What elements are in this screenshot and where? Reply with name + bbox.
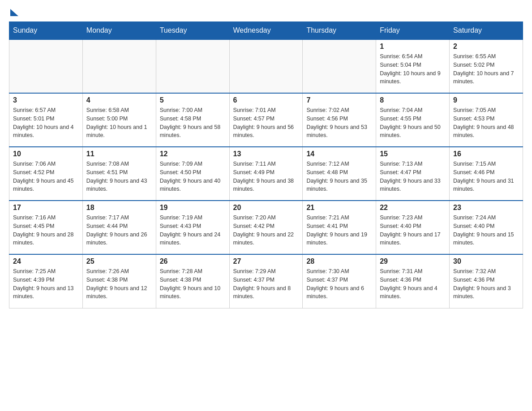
calendar-cell: 29Sunrise: 7:31 AMSunset: 4:36 PMDayligh… [376, 254, 450, 308]
day-info: Sunrise: 7:23 AMSunset: 4:40 PMDaylight:… [380, 214, 446, 247]
calendar-week-1: 1Sunrise: 6:54 AMSunset: 5:04 PMDaylight… [9, 39, 523, 93]
day-number: 23 [453, 204, 519, 212]
day-number: 19 [160, 204, 226, 212]
day-info: Sunrise: 7:09 AMSunset: 4:50 PMDaylight:… [160, 160, 226, 193]
calendar-cell: 10Sunrise: 7:06 AMSunset: 4:52 PMDayligh… [9, 147, 83, 201]
day-number: 14 [306, 150, 372, 158]
weekday-header-saturday: Saturday [450, 22, 523, 40]
day-info: Sunrise: 6:55 AMSunset: 5:02 PMDaylight:… [453, 52, 519, 86]
day-number: 22 [380, 204, 446, 212]
day-info: Sunrise: 7:01 AMSunset: 4:57 PMDaylight:… [233, 106, 299, 140]
weekday-header-thursday: Thursday [303, 22, 376, 40]
calendar-cell: 11Sunrise: 7:08 AMSunset: 4:51 PMDayligh… [82, 147, 156, 201]
calendar-cell: 7Sunrise: 7:02 AMSunset: 4:56 PMDaylight… [303, 93, 376, 147]
calendar-cell [229, 39, 303, 93]
day-info: Sunrise: 7:04 AMSunset: 4:55 PMDaylight:… [380, 106, 446, 140]
day-info: Sunrise: 7:28 AMSunset: 4:38 PMDaylight:… [160, 267, 226, 301]
day-info: Sunrise: 7:13 AMSunset: 4:47 PMDaylight:… [380, 160, 446, 193]
day-number: 16 [453, 150, 519, 158]
day-info: Sunrise: 7:17 AMSunset: 4:44 PMDaylight:… [86, 214, 152, 247]
calendar-cell: 13Sunrise: 7:11 AMSunset: 4:49 PMDayligh… [229, 147, 303, 201]
calendar-cell: 19Sunrise: 7:19 AMSunset: 4:43 PMDayligh… [156, 201, 229, 254]
weekday-header-friday: Friday [376, 22, 450, 40]
day-info: Sunrise: 7:15 AMSunset: 4:46 PMDaylight:… [453, 160, 519, 193]
calendar-week-4: 17Sunrise: 7:16 AMSunset: 4:45 PMDayligh… [9, 201, 523, 254]
day-info: Sunrise: 7:08 AMSunset: 4:51 PMDaylight:… [86, 160, 152, 193]
day-info: Sunrise: 7:11 AMSunset: 4:49 PMDaylight:… [233, 160, 299, 193]
day-number: 24 [13, 257, 79, 265]
calendar-cell: 28Sunrise: 7:30 AMSunset: 4:37 PMDayligh… [303, 254, 376, 308]
calendar-cell: 16Sunrise: 7:15 AMSunset: 4:46 PMDayligh… [450, 147, 523, 201]
day-info: Sunrise: 7:32 AMSunset: 4:36 PMDaylight:… [453, 267, 519, 301]
day-info: Sunrise: 7:30 AMSunset: 4:37 PMDaylight:… [306, 267, 372, 301]
calendar-header-row: SundayMondayTuesdayWednesdayThursdayFrid… [9, 22, 523, 40]
day-info: Sunrise: 6:57 AMSunset: 5:01 PMDaylight:… [13, 106, 79, 140]
calendar-week-5: 24Sunrise: 7:25 AMSunset: 4:39 PMDayligh… [9, 254, 523, 308]
day-number: 30 [453, 257, 519, 265]
day-info: Sunrise: 7:05 AMSunset: 4:53 PMDaylight:… [453, 106, 519, 140]
day-info: Sunrise: 6:54 AMSunset: 5:04 PMDaylight:… [380, 52, 446, 86]
day-number: 15 [380, 150, 446, 158]
day-info: Sunrise: 7:20 AMSunset: 4:42 PMDaylight:… [233, 214, 299, 247]
calendar-cell: 6Sunrise: 7:01 AMSunset: 4:57 PMDaylight… [229, 93, 303, 147]
day-info: Sunrise: 7:00 AMSunset: 4:58 PMDaylight:… [160, 106, 226, 140]
day-info: Sunrise: 7:26 AMSunset: 4:38 PMDaylight:… [86, 267, 152, 301]
calendar-cell: 30Sunrise: 7:32 AMSunset: 4:36 PMDayligh… [450, 254, 523, 308]
day-number: 20 [233, 204, 299, 212]
weekday-header-tuesday: Tuesday [156, 22, 229, 40]
logo [9, 9, 18, 13]
day-number: 26 [160, 257, 226, 265]
day-number: 7 [306, 96, 372, 104]
day-number: 28 [306, 257, 372, 265]
day-number: 29 [380, 257, 446, 265]
day-number: 12 [160, 150, 226, 158]
day-info: Sunrise: 7:19 AMSunset: 4:43 PMDaylight:… [160, 214, 226, 247]
calendar-cell: 5Sunrise: 7:00 AMSunset: 4:58 PMDaylight… [156, 93, 229, 147]
calendar-cell: 25Sunrise: 7:26 AMSunset: 4:38 PMDayligh… [82, 254, 156, 308]
day-info: Sunrise: 7:21 AMSunset: 4:41 PMDaylight:… [306, 214, 372, 247]
calendar-cell: 4Sunrise: 6:58 AMSunset: 5:00 PMDaylight… [82, 93, 156, 147]
weekday-header-monday: Monday [82, 22, 156, 40]
calendar-cell: 2Sunrise: 6:55 AMSunset: 5:02 PMDaylight… [450, 39, 523, 93]
day-number: 11 [86, 150, 152, 158]
calendar-week-2: 3Sunrise: 6:57 AMSunset: 5:01 PMDaylight… [9, 93, 523, 147]
day-number: 1 [380, 43, 446, 51]
day-number: 13 [233, 150, 299, 158]
day-number: 3 [13, 96, 79, 104]
calendar-cell: 1Sunrise: 6:54 AMSunset: 5:04 PMDaylight… [376, 39, 450, 93]
page-header [9, 9, 523, 13]
calendar-cell: 21Sunrise: 7:21 AMSunset: 4:41 PMDayligh… [303, 201, 376, 254]
calendar-cell: 18Sunrise: 7:17 AMSunset: 4:44 PMDayligh… [82, 201, 156, 254]
calendar-cell: 8Sunrise: 7:04 AMSunset: 4:55 PMDaylight… [376, 93, 450, 147]
weekday-header-wednesday: Wednesday [229, 22, 303, 40]
logo-arrow-icon [10, 9, 18, 16]
calendar-cell: 24Sunrise: 7:25 AMSunset: 4:39 PMDayligh… [9, 254, 83, 308]
calendar-cell: 26Sunrise: 7:28 AMSunset: 4:38 PMDayligh… [156, 254, 229, 308]
day-number: 5 [160, 96, 226, 104]
day-info: Sunrise: 7:24 AMSunset: 4:40 PMDaylight:… [453, 214, 519, 247]
calendar-cell: 27Sunrise: 7:29 AMSunset: 4:37 PMDayligh… [229, 254, 303, 308]
day-number: 27 [233, 257, 299, 265]
day-info: Sunrise: 7:12 AMSunset: 4:48 PMDaylight:… [306, 160, 372, 193]
day-number: 21 [306, 204, 372, 212]
day-number: 25 [86, 257, 152, 265]
calendar-table: SundayMondayTuesdayWednesdayThursdayFrid… [9, 21, 523, 308]
day-info: Sunrise: 6:58 AMSunset: 5:00 PMDaylight:… [86, 106, 152, 140]
calendar-cell: 17Sunrise: 7:16 AMSunset: 4:45 PMDayligh… [9, 201, 83, 254]
calendar-cell: 12Sunrise: 7:09 AMSunset: 4:50 PMDayligh… [156, 147, 229, 201]
calendar-week-3: 10Sunrise: 7:06 AMSunset: 4:52 PMDayligh… [9, 147, 523, 201]
day-number: 6 [233, 96, 299, 104]
day-info: Sunrise: 7:02 AMSunset: 4:56 PMDaylight:… [306, 106, 372, 140]
day-info: Sunrise: 7:25 AMSunset: 4:39 PMDaylight:… [13, 267, 79, 301]
calendar-cell [156, 39, 229, 93]
calendar-cell: 22Sunrise: 7:23 AMSunset: 4:40 PMDayligh… [376, 201, 450, 254]
day-info: Sunrise: 7:31 AMSunset: 4:36 PMDaylight:… [380, 267, 446, 301]
day-number: 18 [86, 204, 152, 212]
day-info: Sunrise: 7:29 AMSunset: 4:37 PMDaylight:… [233, 267, 299, 301]
day-number: 9 [453, 96, 519, 104]
calendar-cell: 15Sunrise: 7:13 AMSunset: 4:47 PMDayligh… [376, 147, 450, 201]
calendar-cell: 23Sunrise: 7:24 AMSunset: 4:40 PMDayligh… [450, 201, 523, 254]
day-number: 2 [453, 43, 519, 51]
calendar-cell: 20Sunrise: 7:20 AMSunset: 4:42 PMDayligh… [229, 201, 303, 254]
day-number: 4 [86, 96, 152, 104]
